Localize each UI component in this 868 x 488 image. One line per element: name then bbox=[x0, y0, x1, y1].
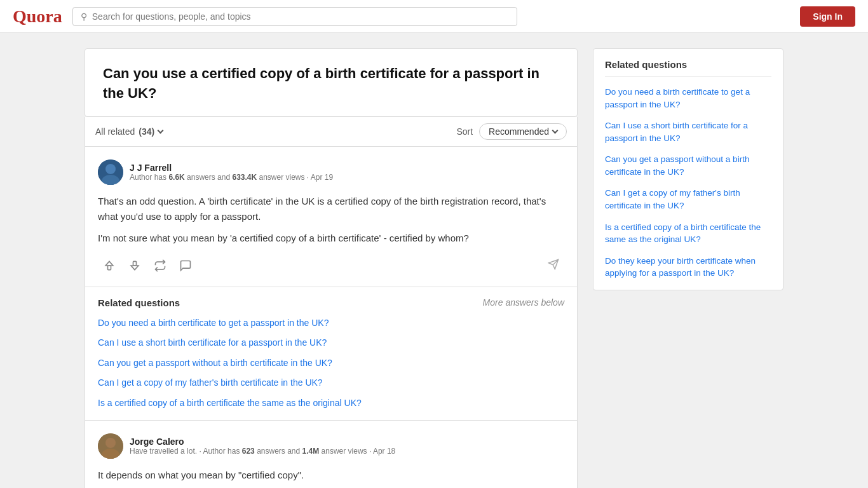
header: Quora ⚲ Sign In bbox=[0, 0, 868, 33]
author-row: J J Farrell Author has 6.6K answers and … bbox=[98, 159, 564, 185]
chevron-down-icon bbox=[552, 128, 559, 134]
svg-rect-4 bbox=[133, 261, 137, 266]
author-info-jj: J J Farrell Author has 6.6K answers and … bbox=[130, 163, 333, 182]
search-bar: ⚲ bbox=[72, 7, 517, 26]
share-icon-button[interactable] bbox=[149, 255, 172, 276]
question-card: Can you use a certified copy of a birth … bbox=[85, 48, 578, 117]
sidebar-link-2[interactable]: Can I use a short birth certificate for … bbox=[605, 119, 771, 144]
related-link-3[interactable]: Can you get a passport without a birth c… bbox=[98, 357, 564, 370]
sort-right: Sort Recommended bbox=[456, 123, 567, 140]
sidebar-link-5[interactable]: Is a certified copy of a birth certifica… bbox=[605, 221, 771, 246]
avatar-jorge bbox=[98, 433, 123, 459]
related-inline-title: Related questions bbox=[98, 297, 180, 308]
related-inline: Related questions More answers below Do … bbox=[85, 287, 578, 421]
sidebar-link-1[interactable]: Do you need a birth certificate to get a… bbox=[605, 86, 771, 111]
all-related-count: (34) bbox=[139, 126, 154, 137]
related-link-2[interactable]: Can I use a short birth certificate for … bbox=[98, 337, 564, 349]
sort-dropdown[interactable]: Recommended bbox=[479, 123, 567, 140]
upvote-button[interactable] bbox=[98, 255, 121, 276]
author-info-jorge: Jorge Calero Have travelled a lot. · Aut… bbox=[130, 437, 395, 456]
answer-body-jorge: It depends on what you mean by "certifie… bbox=[98, 468, 564, 488]
related-link-1[interactable]: Do you need a birth certificate to get a… bbox=[98, 317, 564, 330]
more-answers-below: More answers below bbox=[483, 297, 564, 308]
svg-point-1 bbox=[105, 164, 116, 174]
answer-card-jj: J J Farrell Author has 6.6K answers and … bbox=[85, 147, 578, 287]
arrow-share-button[interactable] bbox=[543, 255, 564, 276]
sort-label: Sort bbox=[456, 126, 473, 137]
sidebar-links: Do you need a birth certificate to get a… bbox=[605, 86, 771, 280]
author-name-jj[interactable]: J J Farrell bbox=[130, 163, 333, 173]
search-input[interactable] bbox=[92, 11, 509, 22]
chevron-down-icon bbox=[158, 128, 164, 134]
related-inline-header: Related questions More answers below bbox=[98, 297, 564, 308]
answer-card-jorge: Jorge Calero Have travelled a lot. · Aut… bbox=[85, 421, 578, 488]
signin-button[interactable]: Sign In bbox=[800, 6, 855, 27]
question-title: Can you use a certified copy of a birth … bbox=[103, 64, 559, 104]
svg-point-8 bbox=[105, 438, 116, 448]
downvote-button[interactable] bbox=[123, 255, 146, 276]
sidebar: Related questions Do you need a birth ce… bbox=[593, 48, 783, 488]
sidebar-title: Related questions bbox=[605, 59, 771, 77]
main-column: Can you use a certified copy of a birth … bbox=[85, 48, 578, 488]
comment-button[interactable] bbox=[174, 255, 197, 276]
sidebar-link-6[interactable]: Do they keep your birth certificate when… bbox=[605, 255, 771, 280]
author-meta-jorge: Have travelled a lot. · Author has 623 a… bbox=[130, 447, 395, 456]
related-inline-links: Do you need a birth certificate to get a… bbox=[98, 317, 564, 410]
search-icon: ⚲ bbox=[81, 11, 87, 22]
sidebar-link-3[interactable]: Can you get a passport without a birth c… bbox=[605, 153, 771, 178]
action-row-jj bbox=[98, 255, 564, 276]
related-link-5[interactable]: Is a certified copy of a birth certifica… bbox=[98, 397, 564, 410]
avatar-jj bbox=[98, 159, 123, 185]
related-link-4[interactable]: Can I get a copy of my father's birth ce… bbox=[98, 377, 564, 390]
sort-bar: All related (34) Sort Recommended bbox=[85, 117, 578, 147]
all-related-label: All related bbox=[95, 126, 135, 137]
quora-logo[interactable]: Quora bbox=[13, 6, 62, 27]
author-row-jorge: Jorge Calero Have travelled a lot. · Aut… bbox=[98, 433, 564, 459]
all-related-dropdown[interactable]: All related (34) bbox=[95, 126, 163, 137]
sort-value: Recommended bbox=[489, 126, 549, 137]
page-content: Can you use a certified copy of a birth … bbox=[72, 48, 796, 488]
svg-rect-3 bbox=[108, 266, 111, 270]
sidebar-card: Related questions Do you need a birth ce… bbox=[593, 48, 783, 290]
author-name-jorge[interactable]: Jorge Calero bbox=[130, 437, 395, 447]
answer-body-jj: That's an odd question. A 'birth certifi… bbox=[98, 194, 564, 246]
author-meta-jj: Author has 6.6K answers and 633.4K answe… bbox=[130, 173, 333, 182]
sidebar-link-4[interactable]: Can I get a copy of my father's birth ce… bbox=[605, 187, 771, 212]
